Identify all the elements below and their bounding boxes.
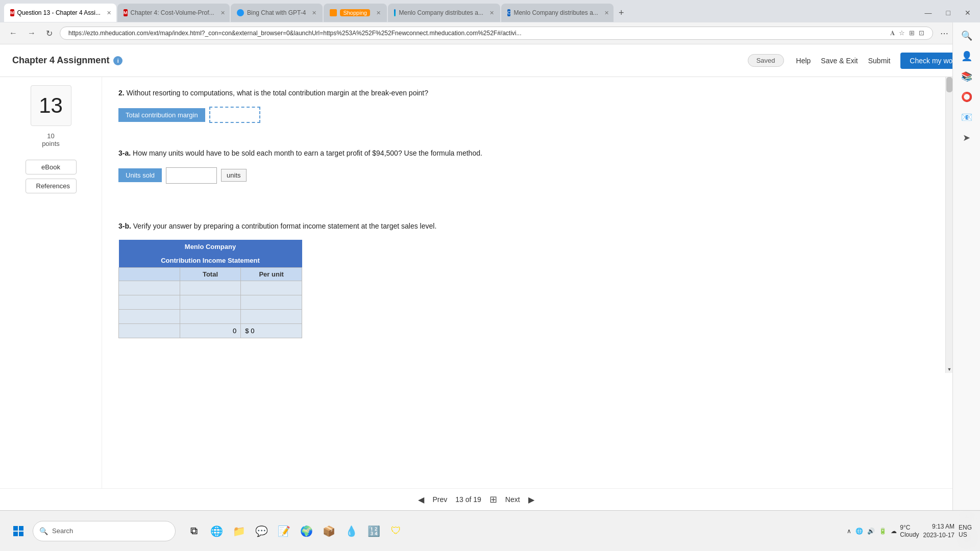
taskbar-teams[interactable]: 💬 [251,521,272,541]
browser-toolbar: ⋯ [937,27,951,40]
table-col-total: Total [180,268,241,281]
read-aloud-icon[interactable]: 𝐀 [890,29,895,37]
table-row-1-perunit-input[interactable] [245,284,298,292]
info-icon[interactable]: i [113,56,122,65]
table-row-3-label-input[interactable] [123,313,176,320]
next-arrow-button[interactable]: ▶ [528,495,534,505]
tab-close-2[interactable]: ✕ [220,10,225,16]
tab-close-3[interactable]: ✕ [312,10,316,16]
table-row-2-label-input[interactable] [123,298,176,306]
help-link[interactable]: Help [796,57,811,65]
browser-menu-button[interactable]: ⋯ [937,27,951,40]
sidebar-person-icon[interactable]: 👤 [958,47,976,65]
table-row-1-total [180,281,241,295]
taskbar-clock[interactable]: 9:13 AM 2023-10-17 [923,522,954,540]
grid-view-icon[interactable]: ⊞ [489,494,497,505]
restore-button[interactable]: □ [941,7,955,19]
table-row-4-label-input[interactable] [123,327,176,335]
forward-button[interactable]: → [24,27,39,40]
taskbar-volume-icon[interactable]: 🔊 [867,528,875,535]
sidebar-favorites-icon[interactable]: 📚 [958,67,976,86]
refresh-button[interactable]: ↻ [43,27,56,40]
question-3a-section: 3-a. How many units would have to be sol… [118,147,964,183]
table-row-3-perunit-input[interactable] [245,313,298,320]
collections-icon[interactable]: ⊡ [919,29,924,37]
minimize-button[interactable]: — [920,7,937,19]
favorites-icon[interactable]: ☆ [899,29,905,37]
taskbar-amazon[interactable]: 📦 [318,521,339,541]
language-display: ENG US [959,524,972,538]
table-col-per-unit: Per unit [241,268,302,281]
tab-bing[interactable]: Bing Chat with GPT-4 ✕ [231,4,323,22]
tab-label-6: Menlo Company distributes a... [513,9,598,16]
back-button[interactable]: ← [6,27,20,40]
references-button[interactable]: References [26,179,77,193]
taskbar-network-icon[interactable]: 🌐 [855,528,863,535]
tab-menlo2[interactable]: C Menlo Company distributes a... ✕ [501,4,614,22]
scrollbar-track: ▼ [945,77,952,373]
tab-question13[interactable]: M Question 13 - Chapter 4 Assi... ✕ [4,4,116,22]
submit-link[interactable]: Submit [868,57,891,65]
save-exit-link[interactable]: Save & Exit [821,57,857,65]
taskbar-browser2[interactable]: 🌍 [296,521,316,541]
tab-close-4[interactable]: ✕ [376,10,381,16]
app-title-container: Chapter 4 Assignment i [12,55,122,66]
tab-chapter4[interactable]: M Chapter 4: Cost-Volume-Prof... ✕ [117,4,230,22]
split-view-icon[interactable]: ⊞ [909,29,915,37]
tab-close-5[interactable]: ✕ [489,10,494,16]
q2-answer-input-box [209,107,260,123]
sidebar-send-icon[interactable]: ➤ [958,129,976,147]
table-row-1-label-input[interactable] [123,284,176,292]
ebook-button[interactable]: eBook [26,160,77,174]
question-3b-section: 3-b. Verify your answer by preparing a c… [118,220,964,338]
taskbar-notepad[interactable]: 📝 [274,521,294,541]
taskbar-edge[interactable]: 🌐 [206,521,227,541]
prev-label[interactable]: Prev [432,495,447,504]
tab-shopping[interactable]: Shopping ✕ [324,4,387,22]
sidebar-circle-icon[interactable]: ⭕ [958,88,976,106]
taskbar-antivirus[interactable]: 🛡 [386,521,406,541]
next-label[interactable]: Next [505,495,520,504]
q3a-answer-row: Units sold units [118,167,964,184]
weather-widget: ☁ 9°C Cloudy [891,524,919,538]
tab-menlo1[interactable]: Menlo Company distributes a... ✕ [388,4,500,22]
tab-label-3: Bing Chat with GPT-4 [247,9,306,16]
taskbar-taskview[interactable]: ⧉ [184,521,204,541]
q3a-units-input[interactable] [166,167,217,184]
of-label: of [465,495,474,504]
table-row-2-perunit-input[interactable] [245,298,298,306]
taskbar-up-arrow[interactable]: ∧ [847,528,851,535]
total-pages: 19 [473,495,481,504]
sidebar-outlook-icon[interactable]: 📧 [958,108,976,127]
taskbar-battery-icon[interactable]: 🔋 [879,528,887,535]
tab-close-1[interactable]: ✕ [107,10,111,16]
taskbar-dropbox[interactable]: 💧 [341,521,361,541]
scroll-down-arrow[interactable]: ▼ [946,366,953,373]
table-row-3-total-input[interactable] [184,313,237,320]
table-row-4-total: 0 [180,324,241,338]
country-code: US [959,531,972,538]
scrollbar-thumb[interactable] [946,77,952,92]
table-row-2 [119,295,302,310]
taskbar-calculator[interactable]: 🔢 [363,521,384,541]
q2-label: 2. [118,89,125,97]
address-bar[interactable]: https://ezto.mheducation.com/ext/map/ind… [60,27,933,40]
prev-arrow-button[interactable]: ◀ [418,495,424,505]
start-button[interactable] [8,521,29,541]
taskbar-explorer[interactable]: 📁 [229,521,249,541]
table-row-2-total-input[interactable] [184,298,237,306]
sidebar-search-icon[interactable]: 🔍 [958,27,976,45]
tab-label-5: Menlo Company distributes a... [399,9,483,16]
new-tab-button[interactable]: + [615,8,628,18]
tab-label-2: Chapter 4: Cost-Volume-Prof... [131,9,214,16]
main-content: ▲ 2. Without resorting to computations, … [102,77,980,551]
table-col-headers: Total Per unit [119,268,302,281]
tab-close-6[interactable]: ✕ [604,10,609,16]
taskbar-search-bar[interactable]: 🔍 Search [33,521,176,541]
q2-body: Without resorting to computations, what … [127,89,428,97]
close-button[interactable]: ✕ [960,7,976,19]
address-bar-icons: 𝐀 ☆ ⊞ ⊡ [890,29,924,37]
table-row-2-label [119,295,180,310]
browser-chrome: M Question 13 - Chapter 4 Assi... ✕ M Ch… [0,0,980,44]
table-row-1-total-input[interactable] [184,284,237,292]
